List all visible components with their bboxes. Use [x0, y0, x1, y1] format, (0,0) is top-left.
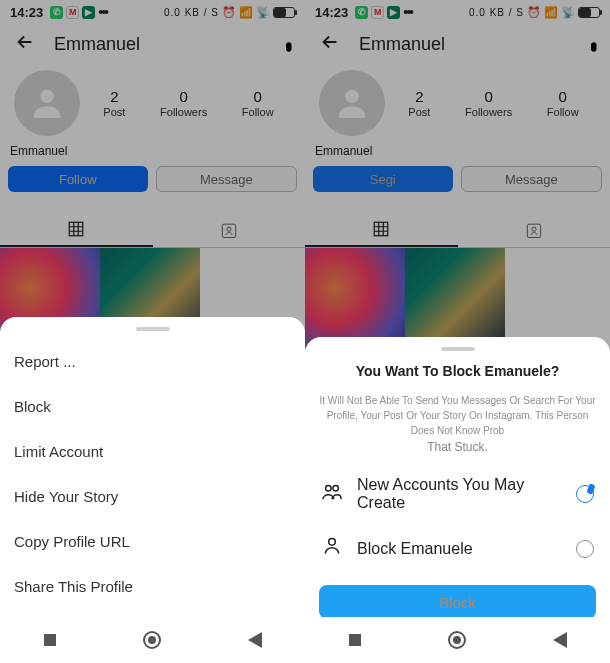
back-icon[interactable] [14, 31, 36, 57]
post-thumbnail[interactable] [405, 248, 505, 348]
block-dialog-sheet: You Want To Block Emanuele? It Will Not … [305, 337, 610, 617]
recents-button[interactable] [349, 634, 361, 646]
alarm-icon: ⏰ [527, 6, 541, 19]
clock: 14:23 [315, 5, 348, 20]
signal-icon: 📶 [239, 6, 253, 19]
kebab-menu-icon[interactable]: ••• [276, 41, 299, 47]
posts-grid [305, 248, 610, 348]
block-dialog-description-2: That Stuck. [311, 440, 604, 464]
stat-posts[interactable]: 2 Post [408, 88, 430, 118]
playstore-icon: ▶ [387, 6, 400, 19]
stat-posts[interactable]: 2 Post [103, 88, 125, 118]
svg-point-7 [532, 227, 536, 231]
wifi-icon: 📡 [561, 6, 575, 19]
svg-point-3 [227, 227, 231, 231]
sheet-grabber[interactable] [136, 327, 170, 331]
tab-tagged[interactable] [153, 212, 306, 247]
android-nav-bar [0, 617, 305, 663]
svg-rect-1 [70, 222, 84, 236]
display-name: Emmanuel [0, 140, 305, 166]
menu-limit[interactable]: Limit Account [0, 429, 305, 474]
sheet-grabber[interactable] [441, 347, 475, 351]
app-header: Emmanuel ••• [305, 24, 610, 64]
home-button[interactable] [143, 631, 161, 649]
back-button[interactable] [248, 632, 262, 648]
net-speed: 0.0 KB / S [469, 7, 524, 18]
options-sheet: Report ... Block Limit Account Hide Your… [0, 317, 305, 617]
follow-button[interactable]: Segi [313, 166, 453, 192]
svg-point-9 [333, 485, 339, 491]
profile-tabs [0, 212, 305, 248]
app-header: Emmanuel ••• [0, 24, 305, 64]
profile-row: 2 Post 0 Followers 0 Follow [0, 64, 305, 140]
radio-selected[interactable] [576, 485, 594, 503]
right-screen: 14:23 ✆ M ▶ ••• 0.0 KB / S ⏰ 📶 📡 Emmanue… [305, 0, 610, 663]
radio-unselected[interactable] [576, 540, 594, 558]
block-option-new-accounts[interactable]: New Accounts You May Create [311, 464, 604, 524]
back-icon[interactable] [319, 31, 341, 57]
block-dialog-title: You Want To Block Emanuele? [311, 359, 604, 389]
svg-point-10 [329, 539, 336, 546]
svg-rect-5 [375, 222, 389, 236]
block-dialog-description: It Will Not Be Able To Send You Messages… [311, 389, 604, 440]
display-name: Emmanuel [305, 140, 610, 166]
avatar[interactable] [14, 70, 80, 136]
left-screen: 14:23 ✆ M ▶ ••• 0.0 KB / S ⏰ 📶 📡 Emmanue… [0, 0, 305, 663]
more-notifications-icon: ••• [98, 4, 107, 20]
tab-grid[interactable] [0, 212, 153, 247]
profile-username: Emmanuel [54, 34, 267, 55]
tab-tagged[interactable] [458, 212, 611, 247]
stat-followers[interactable]: 0 Followers [160, 88, 207, 118]
gmail-icon: M [66, 6, 79, 19]
battery-icon [578, 7, 600, 18]
alarm-icon: ⏰ [222, 6, 236, 19]
svg-point-0 [40, 90, 53, 103]
menu-copy-url[interactable]: Copy Profile URL [0, 519, 305, 564]
home-button[interactable] [448, 631, 466, 649]
wifi-icon: 📡 [256, 6, 270, 19]
battery-icon [273, 7, 295, 18]
tab-grid[interactable] [305, 212, 458, 247]
menu-block[interactable]: Block [0, 384, 305, 429]
menu-hide-story[interactable]: Hide Your Story [0, 474, 305, 519]
more-notifications-icon: ••• [403, 4, 412, 20]
menu-share[interactable]: Share This Profile [0, 564, 305, 609]
message-button[interactable]: Message [461, 166, 603, 192]
whatsapp-icon: ✆ [355, 6, 368, 19]
svg-point-4 [345, 90, 358, 103]
person-icon [321, 536, 343, 561]
message-button[interactable]: Message [156, 166, 298, 192]
stat-followers[interactable]: 0 Followers [465, 88, 512, 118]
profile-username: Emmanuel [359, 34, 572, 55]
back-button[interactable] [553, 632, 567, 648]
android-nav-bar [305, 617, 610, 663]
signal-icon: 📶 [544, 6, 558, 19]
gmail-icon: M [371, 6, 384, 19]
profile-tabs [305, 212, 610, 248]
clock: 14:23 [10, 5, 43, 20]
block-confirm-button[interactable]: Block [319, 585, 596, 619]
recents-button[interactable] [44, 634, 56, 646]
whatsapp-icon: ✆ [50, 6, 63, 19]
menu-report[interactable]: Report ... [0, 339, 305, 384]
stat-following[interactable]: 0 Follow [242, 88, 274, 118]
svg-point-8 [326, 485, 332, 491]
profile-row: 2 Post 0 Followers 0 Follow [305, 64, 610, 140]
post-thumbnail[interactable] [305, 248, 405, 348]
avatar[interactable] [319, 70, 385, 136]
people-icon [321, 483, 343, 506]
status-bar: 14:23 ✆ M ▶ ••• 0.0 KB / S ⏰ 📶 📡 [305, 0, 610, 24]
playstore-icon: ▶ [82, 6, 95, 19]
block-option-single[interactable]: Block Emanuele [311, 524, 604, 573]
status-bar: 14:23 ✆ M ▶ ••• 0.0 KB / S ⏰ 📶 📡 [0, 0, 305, 24]
net-speed: 0.0 KB / S [164, 7, 219, 18]
kebab-menu-icon[interactable]: ••• [581, 41, 604, 47]
follow-button[interactable]: Follow [8, 166, 148, 192]
stat-following[interactable]: 0 Follow [547, 88, 579, 118]
